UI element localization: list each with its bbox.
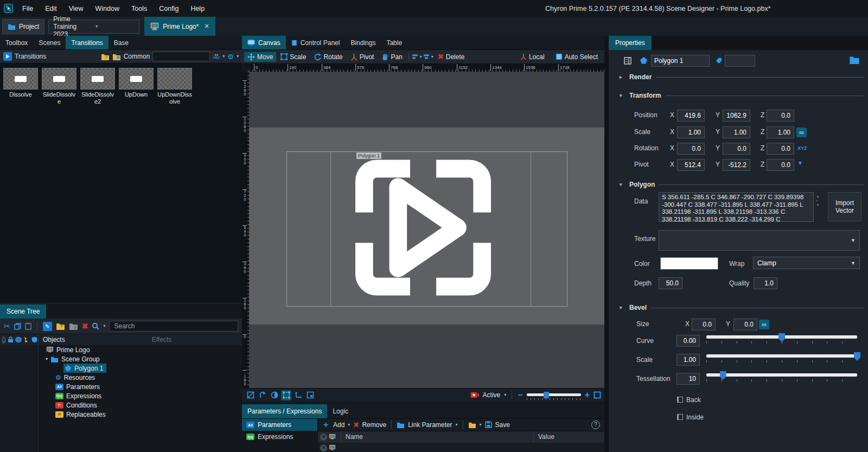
bevel-scale-field[interactable]: 1.00: [676, 354, 700, 366]
contrast-toggle-icon[interactable]: [269, 390, 279, 400]
tab-properties[interactable]: Properties: [609, 36, 652, 50]
pivot-tool-button[interactable]: Pivot: [347, 52, 378, 62]
bevel-curve-field[interactable]: 0.00: [676, 335, 700, 347]
tab-toolbox[interactable]: Toolbox: [0, 36, 33, 49]
project-selector[interactable]: Prime Training 2023 ▾: [48, 20, 139, 34]
fit-view-icon[interactable]: [593, 391, 601, 399]
sort-abc-icon[interactable]: ●●ABC: [213, 54, 220, 59]
column-name[interactable]: Name: [341, 431, 534, 443]
panel-toggle-icon[interactable]: [624, 57, 631, 65]
section-bevel[interactable]: ▾ Bevel: [620, 304, 864, 311]
quality-field[interactable]: 1.0: [754, 277, 777, 289]
menu-help[interactable]: Help: [184, 5, 210, 12]
pivot-y-field[interactable]: -512.2: [723, 159, 750, 171]
sidebar-item-parameters[interactable]: A# Parameters: [242, 419, 317, 431]
rotation-y-field[interactable]: 0.0: [723, 143, 750, 155]
menu-config[interactable]: Config: [153, 5, 184, 12]
position-x-field[interactable]: 419.6: [677, 110, 705, 122]
slider-handle[interactable]: [778, 333, 785, 342]
close-icon[interactable]: ✕: [202, 23, 209, 30]
chevron-down-icon[interactable]: ▾: [237, 54, 239, 59]
rotate-tool-button[interactable]: Rotate: [310, 52, 346, 62]
zoom-slider[interactable]: [527, 391, 581, 399]
section-polygon[interactable]: ▾ Polygon: [620, 181, 864, 188]
tree-node-prime-logo[interactable]: Prime Logo: [39, 345, 242, 354]
new-folder-icon[interactable]: [56, 322, 65, 330]
add-button[interactable]: Add: [333, 421, 344, 429]
delete-icon[interactable]: ✖: [82, 322, 88, 330]
tree-node-polygon[interactable]: Polygon 1: [39, 364, 242, 373]
flip-toggle-icon[interactable]: [257, 390, 267, 400]
pivot-z-field[interactable]: 0.0: [767, 159, 794, 171]
transition-item[interactable]: UpDown: [119, 68, 154, 98]
paste-icon[interactable]: [25, 322, 31, 330]
bevel-tessellation-slider[interactable]: [706, 371, 857, 382]
zoom-in-icon[interactable]: +: [585, 390, 590, 400]
active-channel-label[interactable]: Active: [483, 391, 501, 399]
import-vector-button[interactable]: Import Vector: [828, 192, 861, 221]
expanded-caret-icon[interactable]: ▾: [620, 93, 625, 98]
chevron-down-icon[interactable]: ▾: [456, 423, 458, 427]
slider-handle[interactable]: [854, 352, 860, 361]
section-render[interactable]: ▸ Render: [620, 73, 864, 81]
bevel-scale-slider[interactable]: [706, 352, 857, 363]
scene-tree-search-input[interactable]: [109, 321, 238, 332]
tab-scene-tree[interactable]: Scene Tree: [0, 304, 46, 319]
expanded-caret-icon[interactable]: ▾: [620, 305, 625, 310]
scale-z-field[interactable]: 1.00: [767, 126, 794, 138]
bevel-size-x-field[interactable]: 0.0: [692, 319, 716, 330]
sidebar-item-expressions[interactable]: f(x) Expressions: [242, 431, 317, 443]
menu-edit[interactable]: Edit: [39, 5, 63, 12]
object-name-input[interactable]: [651, 55, 710, 67]
bevel-size-link-icon[interactable]: ∞: [759, 320, 769, 329]
chevron-down-icon[interactable]: ▾: [420, 55, 422, 59]
safe-area-toggle-icon[interactable]: [305, 390, 315, 400]
save-button[interactable]: Save: [495, 421, 510, 429]
wireframe-toggle-icon[interactable]: [245, 390, 256, 400]
project-button[interactable]: Project: [2, 19, 44, 34]
align-horizontal-icon[interactable]: [412, 54, 419, 60]
transitions-filter-input[interactable]: [152, 52, 210, 61]
expanded-caret-icon[interactable]: ▾: [620, 182, 625, 187]
document-tab[interactable]: Prime Logo* ✕: [144, 17, 215, 36]
transition-item[interactable]: Dissolve: [3, 68, 38, 98]
section-transform[interactable]: ▾ Transform: [620, 92, 864, 99]
move-tool-button[interactable]: Move: [244, 52, 276, 62]
canvas-viewport[interactable]: 1260 1080 900 720 540 360 180 0 -180 Pol…: [242, 72, 604, 388]
tab-logic[interactable]: Logic: [327, 404, 354, 418]
add-icon[interactable]: ＋: [322, 419, 330, 430]
delete-button[interactable]: ✖ Delete: [435, 52, 468, 62]
expander-icon[interactable]: ▾: [46, 357, 48, 361]
pan-tool-button[interactable]: Pan: [378, 52, 405, 62]
help-icon[interactable]: ?: [591, 421, 600, 429]
zoom-out-icon[interactable]: −: [518, 390, 522, 400]
align-vertical-icon[interactable]: [423, 54, 430, 60]
scale-x-field[interactable]: 1.00: [677, 126, 705, 138]
chevron-down-icon[interactable]: ▾: [348, 423, 350, 427]
objects-tab[interactable]: Objects: [39, 336, 65, 343]
texture-select[interactable]: ▼: [659, 230, 860, 251]
auto-select-toggle-button[interactable]: Auto Select: [552, 52, 601, 62]
tag-input[interactable]: [725, 55, 755, 67]
menu-view[interactable]: View: [63, 5, 90, 12]
column-value[interactable]: Value: [534, 431, 604, 443]
transition-item[interactable]: SlideDissolve: [42, 68, 76, 105]
wrap-select[interactable]: Clamp ▼: [753, 257, 860, 269]
chevron-down-icon[interactable]: ▾: [222, 54, 225, 59]
chevron-down-icon[interactable]: ▾: [431, 55, 433, 59]
edit-pencil-icon[interactable]: ✎: [43, 322, 52, 331]
cut-icon[interactable]: ✂: [4, 322, 10, 330]
zoom-slider-handle[interactable]: [544, 392, 549, 398]
transition-item[interactable]: SlideDissolve2: [80, 68, 115, 105]
tab-transitions[interactable]: Transitions: [66, 36, 108, 49]
translate-axes-icon[interactable]: [293, 390, 303, 400]
data-scroll-arrows[interactable]: ▲▪▼: [816, 194, 820, 207]
rotation-z-field[interactable]: 0.0: [767, 143, 794, 155]
depth-field[interactable]: 50.0: [659, 277, 682, 289]
folder-icon[interactable]: [468, 422, 476, 428]
bevel-tessellation-field[interactable]: 10: [676, 373, 700, 385]
tree-node-resources[interactable]: ⚙ Resources: [39, 373, 242, 382]
menu-tools[interactable]: Tools: [125, 5, 153, 12]
tab-scenes[interactable]: Scenes: [33, 36, 66, 49]
bevel-inside-checkbox[interactable]: [677, 414, 683, 420]
